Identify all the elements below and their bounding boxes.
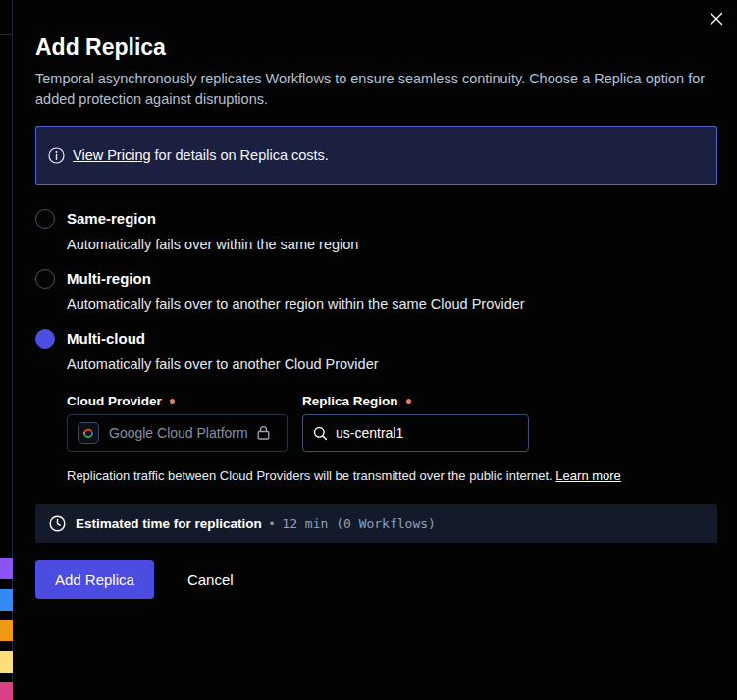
option-description: Automatically fails over to another Clou… xyxy=(67,356,717,372)
radio-circle-icon[interactable] xyxy=(35,269,55,289)
option-label[interactable]: Multi-cloud xyxy=(67,330,145,348)
radio-circle-icon[interactable] xyxy=(35,209,55,229)
option-label[interactable]: Same-region xyxy=(67,210,156,228)
public-internet-note: Replication traffic between Cloud Provid… xyxy=(67,468,717,484)
add-replica-modal: Add Replica Temporal asynchronously repl… xyxy=(14,0,737,700)
cloud-provider-label: Cloud Provider xyxy=(67,394,288,408)
page-stripe-purple xyxy=(0,558,13,579)
radio-option-same-region: Same-region Automatically fails over wit… xyxy=(35,209,717,252)
estimate-value: 12 min (0 Workflows) xyxy=(282,516,436,531)
radio-multi-region[interactable]: Multi-region xyxy=(35,269,717,289)
required-dot-icon xyxy=(406,399,411,404)
pricing-info-banner: View Pricing for details on Replica cost… xyxy=(35,126,717,185)
lock-icon xyxy=(256,425,271,441)
radio-option-multi-region: Multi-region Automatically fails over to… xyxy=(35,269,717,312)
replica-region-value: us-central1 xyxy=(336,425,403,441)
radio-option-multi-cloud: Multi-cloud Automatically fails over to … xyxy=(35,329,717,372)
radio-same-region[interactable]: Same-region xyxy=(35,209,717,229)
estimate-separator: • xyxy=(270,516,275,531)
modal-description: Temporal asynchronously replicates Workf… xyxy=(35,69,717,110)
page-edge-divider xyxy=(0,34,13,35)
view-pricing-link[interactable]: View Pricing xyxy=(73,147,151,163)
multi-cloud-fields: Cloud Provider Google Cloud Platform xyxy=(67,394,717,452)
page-stripe-yellow xyxy=(0,651,13,673)
info-icon xyxy=(48,147,65,164)
google-cloud-icon xyxy=(78,422,99,444)
add-replica-button[interactable]: Add Replica xyxy=(35,560,154,599)
modal-actions: Add Replica Cancel xyxy=(35,560,717,599)
learn-more-link[interactable]: Learn more xyxy=(555,468,620,483)
estimate-label: Estimated time for replication xyxy=(76,516,262,531)
radio-circle-icon[interactable] xyxy=(35,329,55,349)
cloud-provider-value: Google Cloud Platform xyxy=(109,425,248,441)
option-description: Automatically fails over within the same… xyxy=(67,237,717,252)
option-description: Automatically fails over to another regi… xyxy=(67,296,717,312)
option-label[interactable]: Multi-region xyxy=(67,270,151,288)
cancel-button[interactable]: Cancel xyxy=(180,560,241,599)
replica-region-label: Replica Region xyxy=(302,394,529,408)
page-stripe-orange xyxy=(0,620,13,641)
clock-icon xyxy=(49,515,66,532)
close-icon[interactable] xyxy=(707,9,726,28)
cloud-provider-select[interactable]: Google Cloud Platform xyxy=(67,414,288,452)
cloud-provider-field: Cloud Provider Google Cloud Platform xyxy=(67,394,288,452)
radio-multi-cloud[interactable]: Multi-cloud xyxy=(35,329,717,349)
page-stripe-blue xyxy=(0,589,13,611)
page-stripe-pink xyxy=(0,682,13,700)
replica-region-field: Replica Region us-central1 xyxy=(302,394,529,452)
estimated-time-banner: Estimated time for replication • 12 min … xyxy=(35,504,717,543)
replica-region-input[interactable]: us-central1 xyxy=(302,414,529,452)
required-dot-icon xyxy=(170,399,175,404)
pricing-banner-text: View Pricing for details on Replica cost… xyxy=(73,147,329,163)
search-icon xyxy=(313,426,328,441)
page-title: Add Replica xyxy=(35,33,717,61)
